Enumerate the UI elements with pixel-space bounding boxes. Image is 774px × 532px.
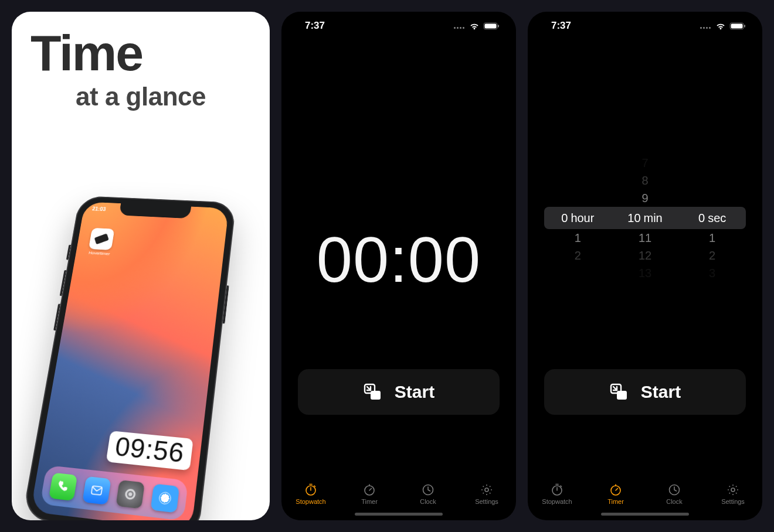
tab-clock-label: Clock <box>399 498 457 505</box>
timer-icon <box>609 483 623 497</box>
clock-icon <box>421 483 435 497</box>
tab-timer-label: Timer <box>340 498 399 505</box>
tab-settings-label: Settings <box>704 498 762 505</box>
svg-point-12 <box>485 488 488 492</box>
cell-dots-icon <box>699 20 711 32</box>
screenshot-stopwatch: 7:37 00:00 Start <box>281 12 516 520</box>
gear-icon <box>480 483 494 497</box>
battery-icon <box>483 22 500 30</box>
svg-rect-8 <box>371 391 381 400</box>
picker-seconds[interactable]: 0sec 1 2 3 <box>678 154 746 282</box>
mock-status-time: 21:03 <box>92 206 107 212</box>
tab-settings[interactable]: Settings <box>704 482 762 505</box>
svg-rect-5 <box>485 23 497 28</box>
stopwatch-icon <box>550 483 564 497</box>
pip-icon <box>609 383 628 401</box>
tab-timer[interactable]: Timer <box>340 482 399 505</box>
home-indicator <box>601 513 689 516</box>
status-time: 7:37 <box>305 20 325 32</box>
tab-stopwatch[interactable]: Stopwatch <box>281 482 340 505</box>
cell-dots-icon <box>453 20 464 32</box>
screenshot-timer: 7:37 0hour 1 2 <box>528 12 762 520</box>
home-indicator <box>355 513 443 516</box>
tab-clock[interactable]: Clock <box>645 482 704 505</box>
headline: Time <box>23 29 258 77</box>
start-button[interactable]: Start <box>298 369 500 415</box>
status-time: 7:37 <box>551 20 571 32</box>
stopwatch-icon <box>304 483 318 497</box>
dock-safari-icon <box>150 483 179 513</box>
clock-icon <box>667 483 681 497</box>
svg-point-3 <box>158 492 171 504</box>
svg-rect-14 <box>731 23 743 28</box>
tab-settings[interactable]: Settings <box>457 482 516 505</box>
svg-point-21 <box>731 488 735 492</box>
tab-timer-label: Timer <box>586 498 645 505</box>
dock-phone-icon <box>49 473 77 501</box>
tab-stopwatch-label: Stopwatch <box>281 498 340 505</box>
start-button-label: Start <box>641 382 681 402</box>
tab-settings-label: Settings <box>457 498 516 505</box>
status-bar: 7:37 <box>281 12 516 40</box>
timer-icon <box>362 483 376 497</box>
tab-stopwatch[interactable]: Stopwatch <box>528 482 586 505</box>
svg-point-2 <box>128 492 133 496</box>
svg-rect-6 <box>498 25 499 28</box>
pip-icon <box>363 383 382 401</box>
mock-app-icon: Hovertimer <box>87 228 114 257</box>
duration-picker[interactable]: 0hour 1 2 7 8 9 10min 11 12 13 <box>544 154 746 282</box>
marketing-card: Time at a glance 21:03 Hovertimer 09:56 <box>12 12 270 520</box>
stopwatch-readout: 00:00 <box>317 222 481 296</box>
picker-minutes[interactable]: 7 8 9 10min 11 12 13 <box>612 154 679 282</box>
phone-mock: 21:03 Hovertimer 09:56 <box>22 196 236 520</box>
tab-clock-label: Clock <box>645 498 704 505</box>
svg-rect-0 <box>91 486 102 495</box>
dock-settings-icon <box>116 480 145 509</box>
subheadline: at a glance <box>23 82 258 111</box>
gear-icon <box>726 483 740 497</box>
dock-mail-icon <box>82 476 111 505</box>
mock-app-label: Hovertimer <box>87 250 111 256</box>
picker-hours[interactable]: 0hour 1 2 <box>544 154 612 282</box>
wifi-icon <box>469 22 480 30</box>
start-button-label: Start <box>395 382 434 402</box>
svg-rect-17 <box>617 391 627 400</box>
mock-dock <box>40 465 188 520</box>
svg-rect-15 <box>744 25 745 28</box>
tab-timer[interactable]: Timer <box>586 482 645 505</box>
svg-point-1 <box>125 489 135 499</box>
status-bar: 7:37 <box>528 12 762 40</box>
tab-stopwatch-label: Stopwatch <box>528 498 586 505</box>
tab-clock[interactable]: Clock <box>399 482 457 505</box>
start-button[interactable]: Start <box>544 369 746 415</box>
battery-icon <box>729 22 746 30</box>
wifi-icon <box>715 22 726 30</box>
pip-time-overlay: 09:56 <box>106 431 193 470</box>
